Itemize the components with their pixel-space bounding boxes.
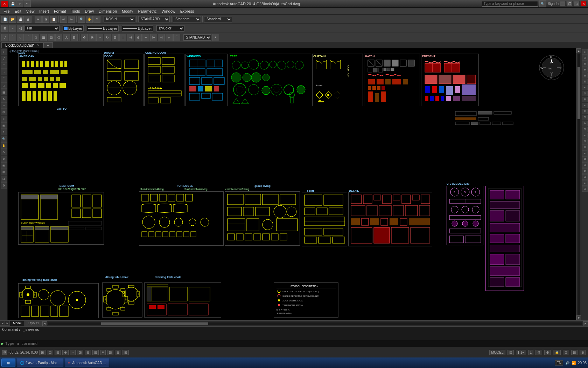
hatch-btn-lt[interactable]: ▦ — [1, 89, 7, 95]
extend-btn[interactable]: ⊢ — [150, 34, 157, 41]
vertical-scrollbar[interactable]: ▲ ▼ — [576, 48, 581, 320]
menu-express[interactable]: Express — [178, 8, 196, 14]
dim-btn-lt[interactable]: ↔ — [1, 102, 7, 109]
print-btn[interactable]: 🖨 — [24, 16, 31, 23]
snap-mode-btn[interactable]: ⊡ — [2, 350, 7, 355]
layer-manager-btn[interactable]: ⊞ — [1, 25, 8, 32]
lineweight-btn[interactable]: ≡ — [100, 350, 106, 355]
menu-file[interactable]: File — [1, 8, 12, 14]
rect-btn-lt[interactable]: □ — [1, 82, 7, 89]
move-btn[interactable]: ✥ — [81, 34, 88, 41]
menu-edit[interactable]: Edit — [13, 8, 23, 14]
scroll-up-btn[interactable]: ▲ — [576, 48, 581, 53]
paste-btn[interactable]: 📋 — [50, 16, 57, 23]
properties-btn-lt[interactable]: ⊞ — [1, 122, 7, 129]
selection-btn[interactable]: ⊞ — [122, 350, 129, 355]
taskbar-firefox[interactable]: 🌐 วีทนา - Pantip - Moz... — [17, 359, 63, 367]
menu-modify[interactable]: Modify — [120, 8, 135, 14]
break-btn[interactable]: ⊣ — [158, 34, 165, 41]
3dosnap-btn[interactable]: ⊠ — [77, 350, 83, 355]
customization-btn[interactable]: ⊕ — [580, 350, 586, 355]
zoom-btn[interactable]: 🔍 — [78, 16, 85, 23]
tab-nav-next[interactable]: ► — [5, 321, 10, 326]
rt-btn-22[interactable]: ⊟ — [582, 174, 588, 180]
annotatescale-select[interactable]: STANDARD — [183, 34, 211, 41]
rt-btn-6[interactable]: ⊠ — [582, 79, 588, 84]
rect-btn[interactable]: □ — [32, 34, 39, 41]
layer-select[interactable]: Fur — [24, 25, 59, 32]
rt-btn-11[interactable]: ⊠ — [582, 109, 588, 114]
drawing-tab[interactable]: BlockObjAutoCad* ✕ — [1, 42, 43, 48]
measure-btn-lt[interactable]: ⊟ — [1, 176, 7, 182]
rt-btn-3[interactable]: ⊞ — [582, 61, 588, 67]
snap-btn-lt[interactable]: ⊠ — [1, 162, 7, 169]
rt-btn-21[interactable]: ⊕ — [582, 168, 588, 174]
polar-btn[interactable]: ⊕ — [62, 350, 69, 355]
rt-btn-1[interactable]: ≡ — [582, 49, 588, 55]
workspace-select[interactable]: KOSIN — [104, 16, 135, 22]
polyline-btn-lt[interactable]: ⌒ — [1, 62, 7, 69]
copy-obj-btn[interactable]: ⎘ — [89, 34, 96, 41]
pan-btn-lt[interactable]: ✋ — [1, 142, 7, 149]
auto-scale-btn[interactable]: ⚙ — [536, 350, 542, 355]
circle-btn[interactable]: ○ — [17, 34, 24, 41]
vscroll-track[interactable] — [578, 54, 580, 315]
rt-btn-13[interactable]: ⊕ — [582, 121, 588, 126]
lock-ui-btn[interactable]: 🔒 — [553, 350, 561, 355]
hscroll-left-btn[interactable]: ◄ — [42, 321, 47, 326]
menu-tools[interactable]: Tools — [69, 8, 82, 14]
rt-btn-24[interactable]: ⊡ — [582, 186, 588, 192]
vscroll-thumb[interactable] — [578, 67, 580, 119]
menu-draw[interactable]: Draw — [83, 8, 96, 14]
rotate-btn[interactable]: ↻ — [104, 34, 111, 41]
stretch-btn[interactable]: ↔ — [96, 34, 103, 41]
inquiry-btn-lt[interactable]: ? — [1, 129, 7, 135]
hscroll-track[interactable] — [48, 322, 582, 325]
workspace-settings-btn[interactable]: ⚙ — [544, 350, 551, 355]
restore-btn[interactable]: ❐ — [567, 1, 573, 7]
trim-btn[interactable]: ✂ — [142, 34, 149, 41]
pan-btn[interactable]: ✋ — [86, 16, 93, 23]
rt-btn-9[interactable]: ⊞ — [582, 97, 588, 102]
fullscreen-btn[interactable]: ⊡ — [571, 350, 578, 355]
rt-btn-20[interactable]: ⊡ — [582, 162, 588, 168]
search-input[interactable] — [482, 1, 538, 7]
rt-btn-5[interactable]: ⊟ — [582, 73, 588, 79]
isolate-objects-btn[interactable]: ⊠ — [563, 350, 569, 355]
snap-btn[interactable]: ⊡ — [47, 350, 53, 355]
annotatescale-add-btn[interactable]: + — [212, 34, 219, 41]
signin-btn[interactable]: Sign In — [548, 2, 559, 6]
orbit-btn-lt[interactable]: ⊙ — [1, 149, 7, 155]
redo-btn[interactable]: ↪ — [68, 16, 75, 23]
text-btn[interactable]: A — [63, 34, 70, 41]
arc-btn[interactable]: ⌒ — [24, 34, 31, 41]
otrack-btn[interactable]: ⊞ — [85, 350, 91, 355]
tab-nav-prev[interactable]: ◄ — [0, 321, 5, 326]
menu-format[interactable]: Format — [52, 8, 68, 14]
osnap-btn-lt[interactable]: ⊞ — [1, 169, 7, 175]
circle-btn-lt[interactable]: ○ — [1, 69, 7, 75]
language-btn[interactable]: EN — [555, 360, 563, 366]
menu-window[interactable]: Window — [160, 8, 177, 14]
model-space-btn[interactable]: MODEL — [489, 350, 505, 355]
undo-btn[interactable]: ↩ — [60, 16, 67, 23]
tab-layout1[interactable]: Layout1 — [25, 321, 42, 326]
copy-btn[interactable]: ⎘ — [42, 16, 49, 23]
rt-btn-4[interactable]: ⊕ — [582, 67, 588, 73]
tab-close-btn[interactable]: ✕ — [37, 43, 40, 47]
rt-btn-8[interactable]: ⊡ — [582, 91, 588, 96]
style-select2[interactable]: Standard — [204, 16, 232, 22]
taskbar-autocad[interactable]: ✏ Autodesk AutoCAD ... — [65, 359, 109, 367]
fillet-btn[interactable]: ⌒ — [173, 34, 180, 41]
mtext-btn[interactable]: ⊟ — [71, 34, 78, 41]
command-input[interactable] — [5, 341, 587, 346]
drawing-canvas[interactable]: -[Top][2D Wireframe] AMERICAN — [8, 48, 576, 320]
quick-access-btn[interactable]: 💾 — [9, 0, 16, 7]
zoom-btn-lt[interactable]: 🔍 — [1, 136, 7, 142]
minimize-btn[interactable]: — — [560, 1, 566, 7]
new-tab-btn[interactable]: + — [43, 42, 53, 48]
rt-btn-23[interactable]: ≡ — [582, 180, 588, 186]
open-btn[interactable]: 📂 — [9, 16, 16, 23]
rt-btn-10[interactable]: ≡ — [582, 103, 588, 108]
canvas-area[interactable]: -[Top][2D Wireframe] AMERICAN — [8, 48, 576, 320]
